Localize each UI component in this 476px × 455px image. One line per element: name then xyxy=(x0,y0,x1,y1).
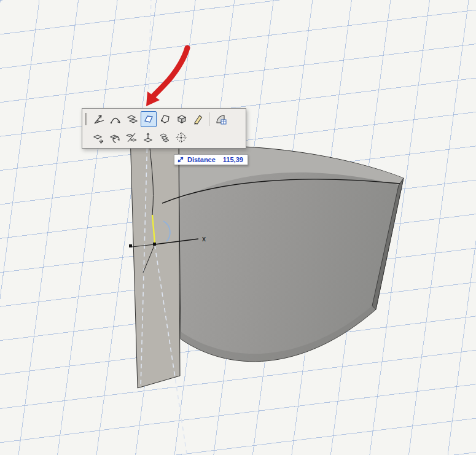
rotate-tool-icon xyxy=(109,131,121,144)
shell-grid-tool-button[interactable] xyxy=(213,111,228,127)
origin-node-handle[interactable] xyxy=(153,243,156,246)
polygon-outline-tool-button[interactable] xyxy=(157,111,173,127)
extrude-faces-tool-icon xyxy=(126,113,138,125)
arc-tool-icon xyxy=(109,113,122,125)
pet-palette xyxy=(82,108,246,149)
viewport: x xyxy=(0,0,476,455)
palette-row-2 xyxy=(84,128,244,147)
elevate-tool-icon xyxy=(142,131,154,144)
shell-grid-tool-icon xyxy=(214,113,227,125)
move-tool-icon xyxy=(92,131,104,144)
pencil-tool-icon xyxy=(192,113,205,125)
pencil-tool-button[interactable] xyxy=(190,111,206,127)
distance-tooltip: Distance 115,39 xyxy=(174,154,248,165)
face-polygon-tool-button[interactable] xyxy=(141,111,157,127)
extrude-faces-tool-button[interactable] xyxy=(124,111,140,127)
mirror-tool-button[interactable] xyxy=(123,130,139,146)
multiply-tool-icon xyxy=(158,131,171,144)
move-tool-button[interactable] xyxy=(90,130,106,146)
arc-tool-button[interactable] xyxy=(107,111,123,127)
polygon-outline-tool-icon xyxy=(159,113,171,125)
distance-label: Distance xyxy=(187,156,216,163)
slab-end-face[interactable] xyxy=(130,134,180,388)
box-tool-button[interactable] xyxy=(174,111,190,127)
gizmo-tool-icon xyxy=(175,131,187,144)
elevate-tool-button[interactable] xyxy=(140,130,156,146)
angle-arrow-tool-button[interactable] xyxy=(91,111,107,127)
multiply-tool-button[interactable] xyxy=(157,130,173,146)
x-axis-label: x xyxy=(202,235,206,243)
box-tool-icon xyxy=(176,113,188,125)
palette-separator xyxy=(209,112,209,126)
rotate-tool-button[interactable] xyxy=(107,130,123,146)
gizmo-tool-button[interactable] xyxy=(173,130,189,146)
palette-drag-handle[interactable] xyxy=(85,113,87,125)
mirror-tool-icon xyxy=(125,131,138,144)
palette-row-1 xyxy=(84,110,244,128)
distance-value: 115,39 xyxy=(223,156,243,163)
angle-arrow-tool-icon xyxy=(93,113,105,125)
scene-canvas: x xyxy=(0,0,476,455)
diagonal-resize-arrow-icon xyxy=(177,156,184,163)
face-polygon-tool-icon xyxy=(142,113,155,125)
left-node-handle[interactable] xyxy=(129,244,132,247)
